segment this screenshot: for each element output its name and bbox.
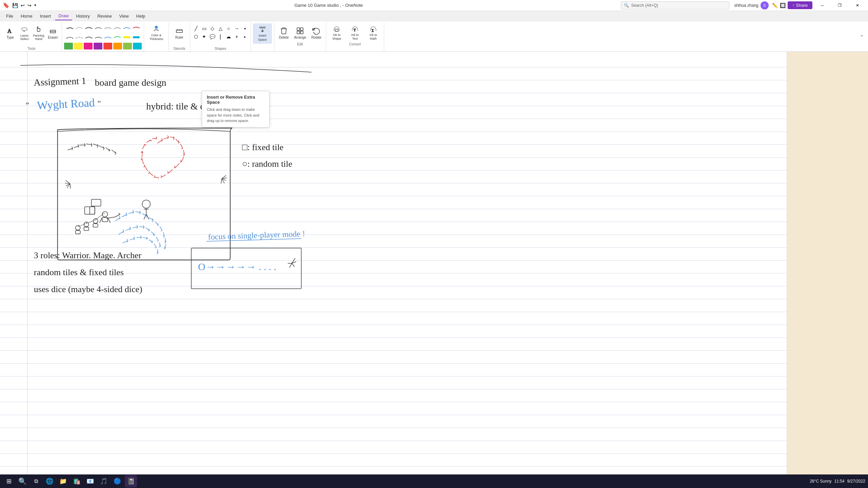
pen-swatch-1[interactable] [65, 23, 74, 32]
collapse-ribbon-button[interactable]: ⌃ [860, 34, 864, 40]
menu-home[interactable]: Home [17, 12, 36, 20]
menu-review[interactable]: Review [94, 12, 115, 20]
menu-history[interactable]: History [73, 12, 93, 20]
restore-button[interactable]: ❐ [832, 0, 848, 11]
panning-hand-label: Panning Hand [33, 34, 45, 41]
menu-insert[interactable]: Insert [37, 12, 55, 20]
task-view[interactable]: ⧉ [30, 475, 42, 487]
insert-space-button[interactable]: InsertSpace [253, 23, 272, 44]
pen-swatch-11[interactable] [84, 33, 93, 42]
pen-swatch-8[interactable] [132, 23, 141, 32]
search-taskbar[interactable]: 🔍 [16, 475, 28, 487]
pen-swatch-14[interactable] [113, 33, 122, 42]
pen-swatch-green2[interactable] [123, 43, 132, 49]
menu-help[interactable]: Help [133, 12, 149, 20]
color-thickness-button[interactable]: Color &Thickness [146, 23, 166, 42]
pen-swatch-13[interactable] [103, 33, 112, 42]
edit-group-label: Edit [297, 42, 303, 47]
ink-to-math-label: Ink toMath [370, 33, 377, 41]
pen-swatch-purple[interactable] [94, 43, 102, 49]
spotify-icon[interactable]: 🎵 [98, 475, 110, 487]
ink-to-shape-label: Ink toShape [332, 33, 341, 41]
quick-access-dropdown[interactable]: ▾ [34, 3, 36, 7]
ruler-label: Ruler [175, 36, 183, 39]
pen-swatch-5[interactable] [103, 23, 112, 32]
pens-group [62, 22, 144, 52]
file-explorer[interactable]: 📁 [57, 475, 69, 487]
panning-hand-button[interactable]: Panning Hand [32, 23, 45, 42]
type-tool-button[interactable]: A Type [3, 23, 17, 42]
svg-point-4 [155, 26, 158, 29]
svg-rect-14 [300, 31, 303, 34]
delete-button[interactable]: Delete [276, 23, 291, 42]
shape-callout[interactable]: 💬 [209, 33, 216, 40]
pen-swatch-3[interactable] [84, 23, 93, 32]
mail-icon[interactable]: 📧 [84, 475, 96, 487]
svg-text:O→→→→→  . . . .: O→→→→→ . . . . [198, 261, 276, 272]
tooltip-body: Click and drag down to make space for mo… [207, 107, 264, 124]
shape-plus[interactable]: + [233, 33, 240, 40]
shape-triangle[interactable]: △ [217, 25, 224, 32]
shape-diamond[interactable]: ◇ [209, 25, 216, 32]
onenote-icon[interactable]: 📓 [125, 475, 137, 487]
start-button[interactable]: ⊞ [3, 475, 15, 487]
pen-swatch-10[interactable] [75, 33, 84, 42]
pen-swatch-orange-hi[interactable] [113, 43, 122, 49]
pen-swatch-yellow[interactable] [74, 43, 83, 49]
eraser-button[interactable]: Eraser [46, 23, 60, 42]
ruler-button[interactable]: Ruler [171, 23, 188, 42]
pen-swatch-red[interactable] [103, 43, 112, 49]
shapes-more[interactable]: ▾ [241, 25, 249, 32]
shape-hex[interactable]: ⬡ [192, 33, 200, 40]
quick-access-redo[interactable]: ↪ [27, 3, 32, 8]
pen-swatch-color-2[interactable] [132, 33, 141, 42]
pen-swatch-color-1[interactable] [122, 33, 131, 42]
shape-cloud[interactable]: ☁ [225, 33, 232, 40]
shape-rect[interactable]: ▭ [200, 25, 208, 32]
weather-info: 28°C Sunny [810, 479, 831, 484]
search-bar[interactable]: 🔍 Search (Alt+Q) [621, 1, 729, 9]
rotate-button[interactable]: Rotate [309, 23, 324, 42]
svg-text:3 roles: Warrior. Mage. Archer: 3 roles: Warrior. Mage. Archer [34, 250, 142, 260]
pen-swatch-2[interactable] [75, 23, 84, 32]
svg-text:T: T [354, 28, 356, 32]
taskbar-right: 28°C Sunny 11:54 9/27/2022 [810, 479, 865, 484]
taskbar-time: 11:54 [834, 479, 845, 484]
share-button[interactable]: ↑ Share [788, 1, 812, 9]
arrange-button[interactable]: Arrange [293, 23, 308, 42]
chrome-icon[interactable]: 🔵 [111, 475, 123, 487]
eraser-label: Eraser [48, 36, 58, 39]
pen-swatch-9[interactable] [65, 33, 74, 42]
pen-icon[interactable]: ✏️ [772, 3, 778, 8]
taskbar-date: 9/27/2022 [847, 479, 865, 484]
pen-swatch-4[interactable] [94, 23, 103, 32]
shape-line[interactable]: ╱ [192, 25, 200, 32]
minimize-button[interactable]: ─ [814, 0, 830, 11]
pen-swatch-green[interactable] [64, 43, 73, 49]
ink-to-text-button[interactable]: T Ink toText [347, 23, 363, 42]
pen-swatch-pink[interactable] [84, 43, 93, 49]
menu-view[interactable]: View [116, 12, 132, 20]
menu-file[interactable]: File [3, 12, 17, 20]
shape-star[interactable]: ✦ [200, 33, 208, 40]
svg-text:A: A [7, 28, 12, 34]
pen-swatch-teal[interactable] [133, 43, 142, 49]
pen-swatch-6[interactable] [113, 23, 122, 32]
store-icon[interactable]: 🛍️ [71, 475, 83, 487]
pen-swatch-7[interactable] [122, 23, 131, 32]
ink-to-math-button[interactable]: ∑ Ink toMath [365, 23, 382, 42]
menu-draw[interactable]: Draw [55, 12, 72, 20]
collapse-ribbon-icon[interactable]: 🔲 [780, 3, 786, 8]
shape-bracket[interactable]: [ [217, 33, 224, 40]
lasso-select-button[interactable]: Lasso Select [18, 23, 31, 42]
edge-icon[interactable]: 🌐 [43, 475, 56, 487]
shape-arrow[interactable]: → [233, 25, 240, 32]
quick-access-undo[interactable]: ↩ [21, 3, 25, 8]
shapes-more-2[interactable]: ▸ [241, 33, 249, 40]
pen-swatch-12[interactable] [94, 33, 103, 42]
ink-to-shape-button[interactable]: Ink toShape [328, 23, 345, 42]
shape-circle[interactable]: ○ [225, 25, 232, 32]
notebook[interactable]: Assignment 1 board game design " Wyght R… [0, 52, 787, 475]
quick-access-save[interactable]: 💾 [12, 3, 18, 8]
close-button[interactable]: ✕ [850, 0, 865, 11]
